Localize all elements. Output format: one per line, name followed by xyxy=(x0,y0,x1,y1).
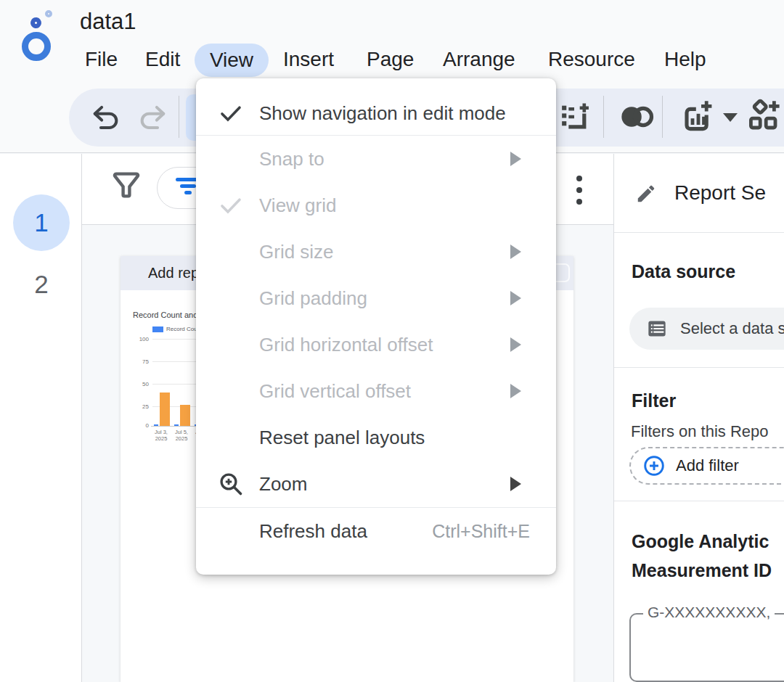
zoom-in-icon xyxy=(218,471,244,497)
menu-item-grid-vertical-offset: Grid vertical offset xyxy=(196,368,556,414)
bar-record-count xyxy=(154,424,158,426)
submenu-arrow-icon xyxy=(510,384,521,398)
menu-item-label: Grid size xyxy=(259,241,334,263)
menu-page[interactable]: Page xyxy=(367,48,414,71)
bar-group xyxy=(154,393,170,426)
toolbar-divider xyxy=(603,96,604,138)
properties-panel: Report Se Data source Select a data s Fi… xyxy=(613,154,784,682)
panel-divider xyxy=(614,501,784,501)
submenu-arrow-icon xyxy=(510,291,521,305)
ga-heading-line1: Google Analytic xyxy=(632,531,769,552)
ga-heading-line2: Measurement ID xyxy=(632,560,772,581)
menu-view-active[interactable]: View xyxy=(195,44,269,77)
menu-help[interactable]: Help xyxy=(664,48,706,71)
menu-item-reset-panel-layouts[interactable]: Reset panel layouts xyxy=(196,414,556,461)
blend-data-icon[interactable] xyxy=(618,103,656,131)
add-filter-label: Add filter xyxy=(676,456,739,475)
bar-orange xyxy=(160,393,170,426)
logo-ring-small xyxy=(45,10,52,17)
menu-insert[interactable]: Insert xyxy=(283,48,334,71)
menu-item-zoom[interactable]: Zoom xyxy=(196,461,556,507)
y-tick: 0 xyxy=(121,422,149,429)
menu-file[interactable]: File xyxy=(85,48,118,71)
pencil-icon xyxy=(635,183,657,205)
menu-item-grid-padding: Grid padding xyxy=(196,275,556,321)
check-icon xyxy=(218,100,244,126)
y-tick: 25 xyxy=(121,403,149,410)
submenu-arrow-icon xyxy=(510,337,521,352)
ga-measurement-id-input[interactable] xyxy=(629,613,784,682)
select-data-source-label: Select a data s xyxy=(680,319,784,338)
filters-caption: Filters on this Repo xyxy=(631,422,769,441)
logo-ring-medium xyxy=(30,17,42,29)
y-tick: 50 xyxy=(121,381,149,387)
add-chart-icon[interactable] xyxy=(681,99,716,133)
menu-item-label: Show navigation in edit mode xyxy=(259,102,506,125)
menu-item-label: Snap to xyxy=(259,148,324,170)
view-dropdown-menu: Show navigation in edit mode Snap to Vie… xyxy=(196,78,556,575)
page-2[interactable]: 2 xyxy=(13,270,70,299)
bar-group xyxy=(174,405,190,426)
menubar: File Edit View Insert Page Arrange Resou… xyxy=(0,44,784,78)
filter-funnel-icon[interactable] xyxy=(109,168,144,203)
looker-studio-window: data1 File Edit View Insert Page Arrange… xyxy=(0,0,784,682)
redo-icon[interactable] xyxy=(138,103,167,132)
menu-item-grid-size: Grid size xyxy=(196,229,556,275)
menu-item-show-navigation[interactable]: Show navigation in edit mode xyxy=(196,91,556,135)
panel-divider xyxy=(614,232,784,233)
data-source-list-icon xyxy=(647,319,667,339)
menu-item-label: Reset panel layouts xyxy=(259,427,425,449)
menu-item-label: Grid vertical offset xyxy=(259,380,411,403)
panel-divider xyxy=(614,367,784,368)
y-tick: 75 xyxy=(121,358,149,365)
bar-record-count xyxy=(174,424,179,426)
menu-item-shortcut: Ctrl+Shift+E xyxy=(432,521,530,542)
menu-arrange[interactable]: Arrange xyxy=(443,48,515,71)
more-options-icon[interactable] xyxy=(572,176,587,210)
filter-heading: Filter xyxy=(632,390,676,411)
menu-item-refresh-data[interactable]: Refresh data Ctrl+Shift+E xyxy=(196,508,556,554)
select-data-source-button[interactable]: Select a data s xyxy=(629,308,784,350)
add-circle-icon xyxy=(642,454,666,477)
add-filter-button[interactable]: Add filter xyxy=(629,447,784,485)
document-title[interactable]: data1 xyxy=(80,9,136,35)
add-data-icon[interactable] xyxy=(558,100,591,133)
menu-item-label: Refresh data xyxy=(259,520,367,543)
menu-item-label: Grid padding xyxy=(259,287,367,310)
menu-item-grid-horizontal-offset: Grid horizontal offset xyxy=(196,321,556,368)
menu-item-label: Zoom xyxy=(259,473,307,496)
panel-header: Report Se xyxy=(614,154,784,232)
add-chart-caret-icon[interactable] xyxy=(723,113,738,122)
data-source-heading: Data source xyxy=(632,261,735,282)
ga-field-floating-label: G-XXXXXXXXXX, xyxy=(643,604,775,621)
panel-title: Report Se xyxy=(674,181,766,205)
page-navigation: 1 2 xyxy=(0,154,82,682)
undo-icon[interactable] xyxy=(91,103,121,132)
menu-item-label: Grid horizontal offset xyxy=(259,334,433,356)
menu-resource[interactable]: Resource xyxy=(548,48,635,71)
bar-orange xyxy=(180,405,190,426)
toolbar-divider xyxy=(179,96,179,138)
menu-item-label: View grid xyxy=(259,194,336,217)
check-icon xyxy=(218,192,244,218)
menu-item-view-grid: View grid xyxy=(196,182,556,229)
menu-item-snap-to: Snap to xyxy=(196,136,556,182)
submenu-arrow-icon xyxy=(510,477,521,491)
add-control-icon[interactable] xyxy=(746,99,781,133)
menu-edit[interactable]: Edit xyxy=(145,48,180,71)
y-tick: 100 xyxy=(121,336,149,342)
page-1-selected[interactable]: 1 xyxy=(13,194,70,251)
submenu-arrow-icon xyxy=(510,245,521,259)
submenu-arrow-icon xyxy=(510,152,521,166)
toolbar-divider xyxy=(662,96,663,138)
